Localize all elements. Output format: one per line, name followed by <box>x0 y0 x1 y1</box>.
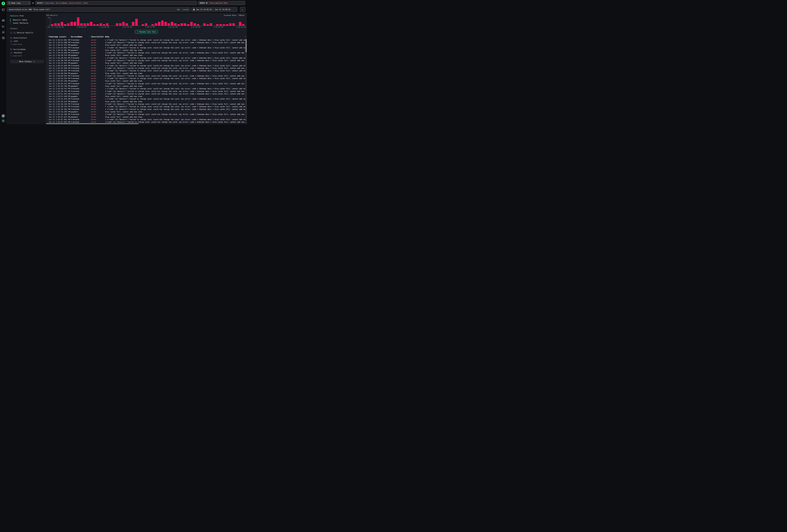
histogram-bar[interactable] <box>174 23 177 26</box>
histogram-bar[interactable] <box>219 24 222 26</box>
histogram-bar[interactable] <box>158 22 161 26</box>
histogram-bar[interactable] <box>80 23 83 26</box>
table-row[interactable]: › Jun 11 1:56:42.999 PM frontend error {… <box>46 51 245 54</box>
app-logo-icon[interactable] <box>1 1 5 5</box>
table-row[interactable]: › Jun 11 1:56:08.948 PM payment error Vi… <box>46 72 245 75</box>
table-row[interactable]: › Jun 11 1:56:42.995 PM payment error Vi… <box>46 49 245 51</box>
histogram-bar[interactable] <box>142 24 144 26</box>
table-row[interactable]: › Jun 11 1:56:38.542 PM frontend error ×… <box>46 57 245 59</box>
histogram-bar[interactable] <box>226 24 228 26</box>
expand-row-icon[interactable]: › <box>46 85 49 87</box>
col-header-severitytext[interactable]: SeverityText <box>91 36 104 38</box>
expand-row-icon[interactable]: › <box>46 113 49 115</box>
col-header-body[interactable]: Body <box>105 36 244 38</box>
expand-row-icon[interactable]: › <box>46 83 49 85</box>
histogram-bar[interactable] <box>106 23 109 26</box>
expand-row-icon[interactable]: › <box>46 52 49 54</box>
table-row[interactable]: › Jun 11 1:56:32.843 PM payment error Vi… <box>46 62 245 64</box>
expand-row-icon[interactable]: › <box>46 65 49 67</box>
histogram-bar[interactable] <box>54 23 57 26</box>
expand-row-icon[interactable]: › <box>46 78 49 79</box>
load-more-servicename[interactable]: Load more <box>10 54 44 57</box>
table-options-icon[interactable]: ⋮ <box>244 36 247 38</box>
histogram-bar[interactable] <box>242 24 244 26</box>
table-row[interactable]: › Jun 11 1:56:51.980 PM frontend error {… <box>46 41 245 44</box>
col-resize-handle-icon[interactable]: ⋮ <box>90 36 91 38</box>
expand-row-icon[interactable]: › <box>46 119 49 121</box>
table-row[interactable]: › Jun 11 1:56:08.955 PM frontend error {… <box>46 75 245 77</box>
table-row[interactable]: › Jun 11 1:55:07.841 PM frontend error ×… <box>46 118 245 121</box>
expand-row-icon[interactable]: › <box>46 80 49 82</box>
table-row[interactable]: › Jun 11 1:55:07.827 PM payment error Vi… <box>46 116 245 118</box>
histogram-bar[interactable] <box>135 19 138 26</box>
histogram-bar[interactable] <box>190 22 193 26</box>
settings-gear-icon[interactable]: ⚙ <box>32 2 34 4</box>
denoise-results-checkbox[interactable]: Denoise Results <box>10 31 44 34</box>
histogram-bar[interactable] <box>67 23 70 26</box>
table-row[interactable]: › Jun 11 1:55:59.765 PM frontend error {… <box>46 90 245 92</box>
histogram-bar[interactable] <box>177 24 180 26</box>
expand-row-icon[interactable]: › <box>46 55 49 56</box>
client-sessions-icon[interactable] <box>1 30 5 34</box>
select-columns-input[interactable]: SELECT Timestamp, ServiceName, SeverityT… <box>35 1 197 5</box>
table-row[interactable]: › Jun 11 1:55:39.324 PM payment error Vi… <box>46 100 245 103</box>
table-row[interactable]: › Jun 11 1:55:16.296 PM payment error Vi… <box>46 110 245 113</box>
expand-row-icon[interactable]: › <box>46 103 49 105</box>
help-button[interactable]: ? <box>1 114 5 118</box>
table-row[interactable]: › Jun 11 1:56:03.252 PM frontend error {… <box>46 82 245 85</box>
histogram-bar[interactable] <box>103 24 105 26</box>
table-row[interactable]: › Jun 11 1:55:07.835 PM frontend error {… <box>46 121 245 123</box>
histogram-bar[interactable] <box>125 23 128 26</box>
expand-row-icon[interactable]: › <box>46 62 49 64</box>
collapse-sidebar-icon[interactable] <box>1 8 5 12</box>
chart-explorer-icon[interactable] <box>1 24 5 28</box>
facet-servicename-header[interactable]: ServiceName <box>10 48 44 50</box>
checkbox-icon[interactable] <box>10 52 12 54</box>
sql-mode-toggle[interactable]: SQL <box>177 8 180 10</box>
table-row[interactable]: › Jun 11 1:56:51.982 PM frontend error ×… <box>46 39 245 41</box>
histogram-bar[interactable] <box>164 22 167 26</box>
resume-live-tail-button[interactable]: Resume Live Tail <box>135 30 158 34</box>
histogram-bar[interactable] <box>87 23 89 26</box>
expand-row-icon[interactable]: › <box>46 47 49 49</box>
expand-row-icon[interactable]: › <box>46 121 49 123</box>
histogram-bar[interactable] <box>93 24 96 26</box>
histogram-bar[interactable] <box>216 24 219 26</box>
time-range-picker[interactable]: Jun 11 13:41:52 - Jun 11 13:56:52 <box>191 7 237 12</box>
histogram-bar[interactable] <box>51 24 54 26</box>
histogram-bar[interactable] <box>100 23 102 26</box>
histogram-bar[interactable] <box>83 23 86 26</box>
histogram-bar[interactable] <box>96 24 99 26</box>
table-row[interactable]: › Jun 11 1:56:08.956 PM frontend error ×… <box>46 69 245 72</box>
histogram-bar[interactable] <box>184 23 186 26</box>
expand-row-icon[interactable]: › <box>46 49 49 51</box>
run-query-button[interactable]: ▷ <box>240 7 245 12</box>
histogram-bar[interactable] <box>116 23 119 26</box>
order-by-input[interactable]: ORDER BY TimestampTime DESC <box>198 1 245 5</box>
checkbox-icon[interactable] <box>10 32 12 34</box>
more-filters-button[interactable]: More filters <box>10 60 44 63</box>
expand-row-icon[interactable]: › <box>46 42 49 43</box>
expand-row-icon[interactable]: › <box>46 106 49 107</box>
col-resize-handle-icon[interactable]: ⋮ <box>69 36 71 38</box>
expand-row-icon[interactable]: › <box>46 88 49 89</box>
histogram-bar[interactable] <box>61 22 63 26</box>
histogram-bar[interactable] <box>197 24 199 26</box>
expand-row-icon[interactable]: › <box>46 101 49 103</box>
histogram-bar[interactable] <box>171 22 173 26</box>
histogram-bar[interactable] <box>90 22 92 26</box>
table-row[interactable]: › Jun 11 1:55:16.302 PM frontend error ×… <box>46 108 245 110</box>
histogram-bar[interactable] <box>70 22 73 26</box>
table-row[interactable]: › Jun 11 1:55:16.300 PM frontend error {… <box>46 113 245 116</box>
histogram-bar[interactable] <box>207 24 209 26</box>
results-histogram[interactable]: 24 0 <box>46 17 247 26</box>
col-resize-handle-icon[interactable]: ⋮ <box>104 36 105 38</box>
expand-row-icon[interactable]: › <box>46 60 49 61</box>
table-row[interactable]: › Jun 11 1:56:03.248 PM payment error Vi… <box>46 80 245 82</box>
histogram-bar[interactable] <box>77 17 80 26</box>
histogram-bar[interactable] <box>119 23 122 26</box>
search-logs-icon[interactable] <box>1 18 5 22</box>
histogram-bar[interactable] <box>193 23 196 26</box>
expand-row-icon[interactable]: › <box>46 70 49 71</box>
analysis-mode-results-table[interactable]: Results Table <box>10 18 44 22</box>
